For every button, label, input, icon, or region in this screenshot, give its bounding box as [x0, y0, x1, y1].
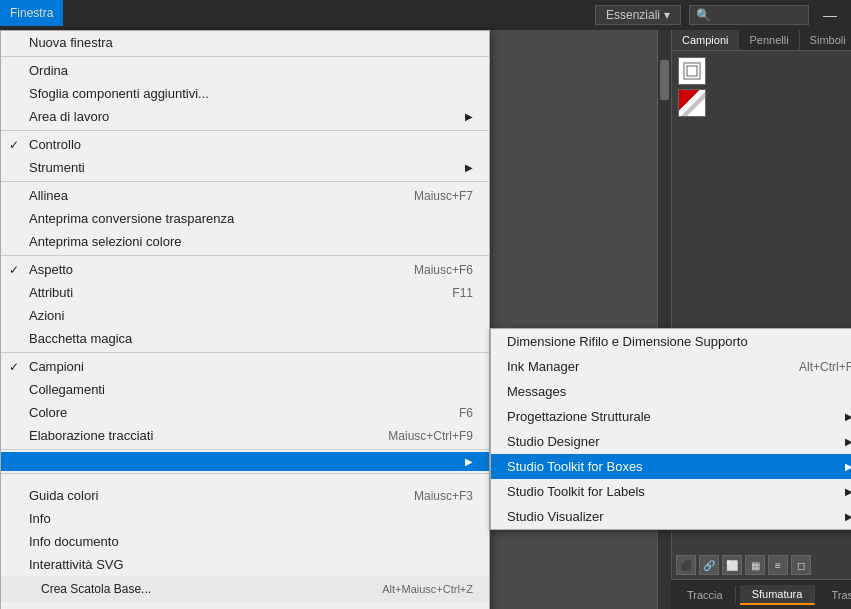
submenu-studio-toolkit-labels[interactable]: Studio Toolkit for Labels ▶ [491, 479, 851, 504]
swatch-diag[interactable] [678, 89, 706, 117]
menu-item-attributi[interactable]: Attributi F11 [1, 281, 489, 304]
finestra-menu-item[interactable]: Finestra [0, 0, 63, 26]
panel-icon-6[interactable]: ◻ [791, 555, 811, 575]
campioni-label: Campioni [29, 359, 84, 374]
menu-item-area-di-lavoro[interactable]: Area di lavoro ▶ [1, 105, 489, 128]
ink-manager-shortcut: Alt+Ctrl+F [769, 360, 851, 374]
menu-item-anteprima-conv[interactable]: Anteprima conversione trasparenza [1, 207, 489, 230]
area-di-lavoro-arrow: ▶ [465, 111, 473, 122]
info-shortcut: Maiusc+F3 [374, 489, 473, 503]
menu-item-info[interactable]: Guida colori Maiusc+F3 [1, 484, 489, 507]
elaborazione-label: Elaborazione tracciati [29, 428, 153, 443]
aspetto-label: Aspetto [29, 262, 73, 277]
menu-item-esko[interactable]: ▶ [1, 452, 489, 471]
panel-toolbar: ⬛ 🔗 ⬜ ▦ ≡ ◻ [672, 551, 851, 579]
panel-icon-2[interactable]: 🔗 [699, 555, 719, 575]
menu-bar[interactable]: Finestra [0, 0, 68, 30]
area-di-lavoro-label: Area di lavoro [29, 109, 109, 124]
menu-item-nuova-finestra[interactable]: Nuova finestra [1, 31, 489, 54]
strumenti-arrow: ▶ [465, 162, 473, 173]
esko-submenu: Dimensione Rifilo e Dimensione Supporto … [490, 328, 851, 530]
librerie-crea-label: Crea Scatola Base... [41, 582, 151, 596]
submenu-studio-designer[interactable]: Studio Designer ▶ [491, 429, 851, 454]
menu-item-anteprima-sel[interactable]: Anteprima selezioni colore [1, 230, 489, 253]
panel-icon-1[interactable]: ⬛ [676, 555, 696, 575]
svg-rect-0 [684, 63, 700, 79]
toolbar-row: Traccia Sfumatura Trasparenz [671, 579, 851, 609]
studio-toolkit-labels-arrow: ▶ [845, 486, 851, 497]
submenu-dimensione[interactable]: Dimensione Rifilo e Dimensione Supporto [491, 329, 851, 354]
separator-7 [1, 473, 489, 474]
essenziali-label: Essenziali [606, 8, 660, 22]
menu-item-livelli[interactable]: Librerie [1, 602, 489, 609]
messages-label: Messages [507, 384, 566, 399]
panel-icon-3[interactable]: ⬜ [722, 555, 742, 575]
allinea-label: Allinea [29, 188, 68, 203]
bottom-tab-traccia[interactable]: Traccia [675, 586, 736, 604]
menu-item-aspetto[interactable]: ✓ Aspetto Maiusc+F6 [1, 258, 489, 281]
menu-item-elaborazione[interactable]: Elaborazione tracciati Maiusc+Ctrl+F9 [1, 424, 489, 447]
studio-visualizer-label: Studio Visualizer [507, 509, 604, 524]
menu-item-strumenti[interactable]: Strumenti ▶ [1, 156, 489, 179]
separator-5 [1, 352, 489, 353]
colore-label: Colore [29, 405, 67, 420]
minimize-button[interactable]: — [817, 7, 843, 23]
controllo-check: ✓ [9, 138, 19, 152]
prog-strutturale-arrow: ▶ [845, 411, 851, 422]
tab-pennelli[interactable]: Pennelli [739, 30, 799, 50]
menu-item-collegamenti[interactable]: Collegamenti [1, 378, 489, 401]
colore-shortcut: F6 [419, 406, 473, 420]
menu-item-controllo[interactable]: ✓ Controllo [1, 133, 489, 156]
swatch-row-2 [678, 89, 845, 117]
submenu-messages[interactable]: Messages [491, 379, 851, 404]
essenziali-button[interactable]: Essenziali ▾ [595, 5, 681, 25]
submenu-studio-visualizer[interactable]: Studio Visualizer ▶ [491, 504, 851, 529]
librerie-crea-shortcut: Alt+Maiusc+Ctrl+Z [342, 583, 473, 595]
bottom-tab-trasparenz[interactable]: Trasparenz [819, 586, 851, 604]
panel-tabs: Campioni Pennelli Simboli [672, 30, 851, 51]
ink-manager-label: Ink Manager [507, 359, 579, 374]
menu-item-campioni[interactable]: ✓ Campioni [1, 355, 489, 378]
azioni-label: Azioni [29, 308, 64, 323]
bacchetta-label: Bacchetta magica [29, 331, 132, 346]
submenu-ink-manager[interactable]: Ink Manager Alt+Ctrl+F [491, 354, 851, 379]
anteprima-sel-label: Anteprima selezioni colore [29, 234, 181, 249]
swatch-white[interactable] [678, 57, 706, 85]
menu-item-colore[interactable]: Colore F6 [1, 401, 489, 424]
scrollbar-thumb[interactable] [660, 60, 669, 100]
interattivita-label: Info documento [29, 534, 119, 549]
tab-campioni[interactable]: Campioni [672, 30, 739, 50]
panel-icon-4[interactable]: ▦ [745, 555, 765, 575]
studio-designer-label: Studio Designer [507, 434, 600, 449]
submenu-prog-strutturale[interactable]: Progettazione Strutturale ▶ [491, 404, 851, 429]
allinea-shortcut: Maiusc+F7 [374, 189, 473, 203]
menu-item-allinea[interactable]: Allinea Maiusc+F7 [1, 184, 489, 207]
collegamenti-label: Collegamenti [29, 382, 105, 397]
librerie-crea-item[interactable]: Crea Scatola Base... Alt+Maiusc+Ctrl+Z [1, 578, 489, 600]
ordina-label: Ordina [29, 63, 68, 78]
menu-item-info-documento[interactable]: Info [1, 507, 489, 530]
info-documento-label: Info [29, 511, 51, 526]
attributi-label: Attributi [29, 285, 73, 300]
dropdown-menu: Nuova finestra Ordina Sfoglia componenti… [0, 30, 490, 609]
menu-item-interattivita[interactable]: Info documento [1, 530, 489, 553]
studio-toolkit-labels-label: Studio Toolkit for Labels [507, 484, 645, 499]
menu-item-ordina[interactable]: Ordina [1, 59, 489, 82]
bottom-tab-sfumatura[interactable]: Sfumatura [740, 585, 816, 605]
swatch-diag-icon [679, 90, 706, 117]
separator-4 [1, 255, 489, 256]
submenu-studio-toolkit-boxes[interactable]: Studio Toolkit for Boxes ▶ [491, 454, 851, 479]
menu-item-librerie[interactable]: Interattività SVG [1, 553, 489, 576]
separator-1 [1, 56, 489, 57]
sfoglia-label: Sfoglia componenti aggiuntivi... [29, 86, 209, 101]
menu-item-sfoglia[interactable]: Sfoglia componenti aggiuntivi... [1, 82, 489, 105]
search-input[interactable] [689, 5, 809, 25]
info-label: Guida colori [29, 488, 98, 503]
panel-icon-5[interactable]: ≡ [768, 555, 788, 575]
menu-item-azioni[interactable]: Azioni [1, 304, 489, 327]
swatch-icon [682, 61, 702, 81]
menu-item-bacchetta[interactable]: Bacchetta magica [1, 327, 489, 350]
tab-simboli[interactable]: Simboli [800, 30, 851, 50]
menu-item-guida-colori[interactable] [1, 476, 489, 484]
controllo-label: Controllo [29, 137, 81, 152]
